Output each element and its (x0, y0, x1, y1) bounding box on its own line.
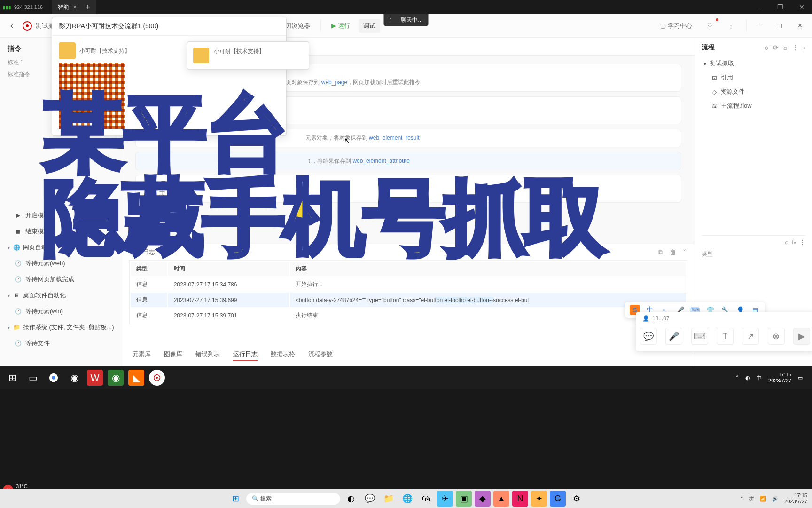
tree-item-res[interactable]: ◇资源文件 (702, 85, 805, 99)
recorder-toolbar[interactable]: 👤13...07 💬 🎤 ⌨ T ↗ ⊗ ▶ › (636, 312, 812, 351)
close-button[interactable]: ✕ (791, 0, 812, 14)
app-icon-2[interactable]: ▣ (456, 491, 472, 507)
minimize-button[interactable]: – (749, 0, 770, 14)
search-box[interactable]: 🔍 搜索 (246, 493, 340, 505)
sidebar-item-start-sim[interactable]: ▶开启模拟 (0, 207, 122, 223)
link-icon: ⊡ (712, 74, 717, 81)
sidebar-group-os[interactable]: ▾📁操作系统 (文件, 文件夹, 剪贴板...) (0, 319, 122, 335)
tab-add-icon[interactable]: + (85, 2, 90, 12)
step-log[interactable]: ▤印日志 日志 ( (135, 175, 681, 203)
wps-icon[interactable]: W (87, 370, 103, 386)
sidebar-item-end-sim[interactable]: ◼结束模拟 (0, 223, 122, 239)
sidebar-item-wait-load[interactable]: 🕐等待网页加载完成 (0, 271, 122, 287)
taskbar-secondary: ⊞ 🔍 搜索 ◐ 💬 📁 🌐 🛍 ✈ ▣ ◆ ▲ N ✦ G ⚙ ˄ 拼 📶 🔊… (0, 489, 812, 508)
tray-notif-icon[interactable]: ▭ (798, 375, 803, 381)
chevron-icon: ▾ (703, 60, 707, 67)
more-icon[interactable]: ⋮ (792, 44, 798, 51)
sidebar-group-web[interactable]: ▾🌐网页自动化 (0, 239, 122, 255)
sidebar-item-wait-file[interactable]: 🕐等待文件 (0, 335, 122, 351)
app-icon-7[interactable]: G (550, 491, 566, 507)
chevron-down-icon[interactable]: ˅ (683, 248, 686, 256)
search-icon[interactable]: ⌕ (785, 238, 789, 246)
chevron-right-icon[interactable]: › (803, 44, 805, 51)
notification-button[interactable]: ♡ (703, 19, 718, 32)
app-icon-5[interactable]: N (512, 491, 528, 507)
tab-runlog[interactable]: 运行日志 (233, 350, 258, 361)
trash-icon[interactable]: 🗑 (670, 248, 676, 256)
explorer-icon[interactable]: 📁 (381, 491, 397, 507)
log-row[interactable]: 信息2023-07-27 17:15:34.786开始执行... (131, 277, 686, 292)
tab-params[interactable]: 流程参数 (308, 350, 333, 361)
clock-icon: 🕐 (14, 340, 22, 347)
sidebar-item-wait-web[interactable]: 🕐等待元素(web) (0, 255, 122, 271)
tray-clock-2[interactable]: 17:152023/7/27 (784, 492, 807, 505)
rec-text-button[interactable]: T (717, 328, 734, 345)
sidebar-group-desktop[interactable]: ▾🖥桌面软件自动化 (0, 287, 122, 303)
yingdao-icon[interactable] (149, 370, 165, 386)
start-button[interactable]: ⊞ (2, 367, 23, 388)
chat-dropdown[interactable]: ˅ 聊天中... (383, 14, 428, 26)
chat-icon[interactable]: 💬 (362, 491, 378, 507)
chat-popup[interactable]: 影刀RPA小可耐技术交流群1 (500) 小可耐【技术支持】 (52, 17, 287, 136)
tab-elements[interactable]: 元素库 (133, 350, 151, 361)
tray-lang[interactable]: 中 (757, 374, 762, 381)
taskview-icon[interactable]: ◐ (343, 491, 359, 507)
svg-point-2 (52, 376, 55, 379)
rec-export-button[interactable]: ↗ (742, 328, 759, 345)
fn-icon[interactable]: fₒ (792, 238, 796, 246)
tab-images[interactable]: 图像库 (164, 350, 182, 361)
rec-mic-button[interactable]: 🎤 (665, 328, 682, 345)
tree-item-flow[interactable]: ≋主流程.flow (702, 99, 805, 113)
copy-icon[interactable]: ⧉ (658, 248, 663, 256)
task-view-button[interactable]: ▭ (23, 367, 43, 388)
app-close-button[interactable]: ✕ (793, 19, 807, 32)
tray-clock[interactable]: 17:152023/7/27 (768, 372, 791, 384)
search-icon[interactable]: ⌕ (783, 44, 787, 51)
app-icon-orange[interactable]: ◣ (128, 370, 144, 386)
app-minimize-button[interactable]: – (754, 19, 767, 32)
clock-icon: 🕐 (14, 276, 22, 283)
run-button[interactable]: ▶ 运行 (327, 19, 355, 33)
tab-close-icon[interactable]: × (73, 3, 77, 11)
more-menu-button[interactable]: ⋮ (723, 19, 739, 32)
chrome-icon[interactable] (43, 367, 64, 388)
wechat-icon[interactable]: ◉ (108, 370, 124, 386)
refresh-icon[interactable]: ⟳ (773, 44, 779, 51)
more-icon[interactable]: ⋮ (799, 238, 805, 246)
step-get-attr[interactable]: t ，将结果保存到 web_element_attribute (135, 152, 681, 170)
app-icon-1[interactable]: ✈ (437, 491, 453, 507)
log-row[interactable]: 信息2023-07-27 17:15:39.699<button data-v-… (131, 293, 686, 307)
app-icon-6[interactable]: ✦ (531, 491, 547, 507)
browser-tab[interactable]: 智能 × + (52, 0, 96, 14)
sidebar-item-wait-win[interactable]: 🕐等待元素(win) (0, 303, 122, 319)
tree-root[interactable]: ▾测试抓取 (702, 56, 805, 71)
log-row[interactable]: 信息2023-07-27 17:15:39.701执行结束 (131, 308, 686, 323)
tab-datatable[interactable]: 数据表格 (271, 350, 295, 361)
debug-button[interactable]: 调试 (359, 19, 380, 33)
app-icon-3[interactable]: ◆ (475, 491, 491, 507)
edge-icon[interactable]: ◉ (64, 367, 85, 388)
edge-icon-2[interactable]: 🌐 (399, 491, 415, 507)
tray-sync-icon[interactable]: ◐ (745, 375, 750, 381)
learn-center-button[interactable]: ▢ 学习中心 (656, 19, 697, 33)
app-icon-8[interactable]: ⚙ (569, 491, 585, 507)
rec-chat-button[interactable]: 💬 (640, 328, 657, 345)
store-icon[interactable]: 🛍 (418, 491, 434, 507)
tray-chevron-icon-2[interactable]: ˄ (741, 496, 743, 502)
tray-chevron-icon[interactable]: ˄ (736, 375, 739, 381)
tray-wifi-icon[interactable]: 📶 (760, 496, 766, 502)
rec-keyboard-button[interactable]: ⌨ (691, 328, 708, 345)
link-icon[interactable]: ⟐ (765, 44, 768, 51)
tray-volume-icon[interactable]: 🔊 (772, 496, 779, 502)
chat-popup-secondary[interactable]: 小可耐【技术支持】 (187, 41, 309, 70)
tree-item-ref[interactable]: ⊡引用 (702, 71, 805, 85)
maximize-button[interactable]: ❐ (770, 0, 791, 14)
app-icon-4[interactable]: ▲ (493, 491, 509, 507)
start-button-2[interactable]: ⊞ (227, 491, 243, 507)
rec-cancel-button[interactable]: ⊗ (768, 328, 785, 345)
app-maximize-button[interactable]: ◻ (773, 19, 787, 32)
tray-lang-icon[interactable]: 拼 (749, 495, 754, 502)
back-icon[interactable]: ‹ (5, 21, 19, 31)
rec-play-button[interactable]: ▶ (793, 328, 810, 345)
tab-errors[interactable]: 错误列表 (195, 350, 220, 361)
